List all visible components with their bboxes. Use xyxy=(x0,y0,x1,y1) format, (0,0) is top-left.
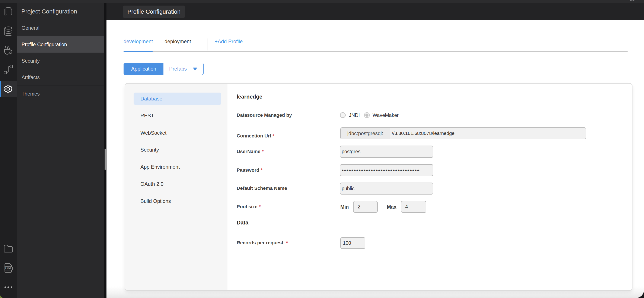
svg-text:LOG: LOG xyxy=(5,267,12,270)
